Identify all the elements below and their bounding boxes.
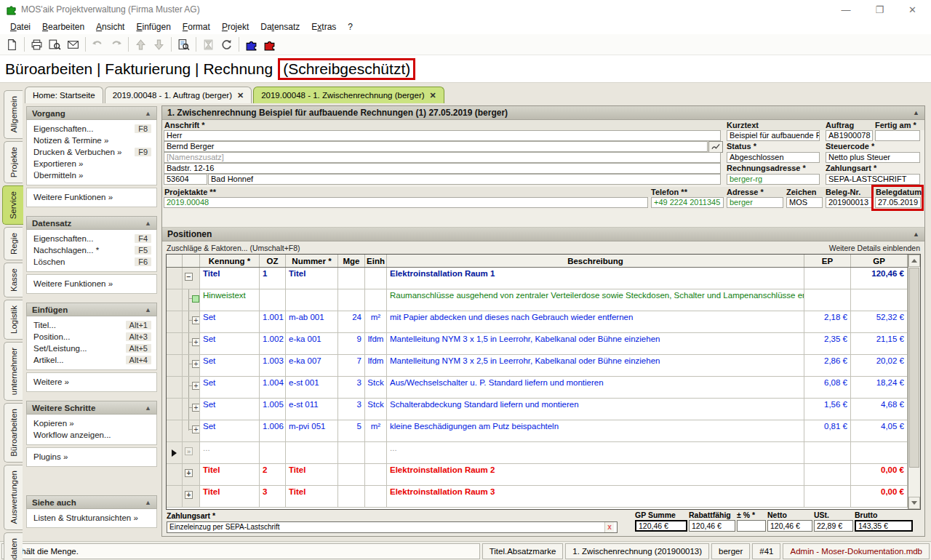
collapse-icon[interactable]: ▲: [913, 109, 919, 116]
collapse-icon[interactable]: ▲: [145, 499, 151, 506]
cell-gp[interactable]: 0,00 €: [851, 486, 908, 508]
cell-nummer[interactable]: Titel: [286, 268, 338, 289]
projektakte-field[interactable]: 2019.00048: [164, 197, 648, 208]
puzzle-red-button[interactable]: [260, 36, 279, 53]
fertig-am-field[interactable]: [875, 130, 920, 141]
email-button[interactable]: [64, 36, 82, 53]
expand-node-icon[interactable]: +: [192, 338, 200, 346]
cell-beschreibung[interactable]: Mantelleitung NYM 3 x 2,5 in Leerrohr, K…: [387, 355, 804, 377]
close-tab-icon[interactable]: ✕: [237, 91, 244, 100]
cell-kennung[interactable]: Titel: [200, 486, 260, 508]
belegdatum-field[interactable]: 27.05.2019: [875, 197, 921, 208]
beleg-nr-field[interactable]: 201900013: [826, 197, 873, 208]
zeichen-field[interactable]: MOS: [786, 197, 823, 208]
cell-gp[interactable]: 18,24 €: [851, 377, 908, 399]
cell-nummer[interactable]: Titel: [286, 486, 338, 508]
auftrag-field[interactable]: AB1900078: [826, 130, 873, 141]
cell-mge[interactable]: 5: [338, 420, 365, 442]
print-preview-button[interactable]: [46, 36, 64, 53]
tree-cell[interactable]: +: [183, 464, 200, 486]
cell-oz[interactable]: [260, 289, 286, 311]
sidebar-item[interactable]: Weitere Funktionen »: [27, 278, 156, 289]
document-tab[interactable]: 2019.00048 - 1. Auftrag (berger)✕: [105, 87, 252, 103]
cell-mge[interactable]: 3: [338, 399, 365, 420]
steuercode-field[interactable]: Netto plus Steuer: [826, 152, 920, 163]
cell-nummer[interactable]: e-st 001: [286, 377, 338, 399]
edit-address-button[interactable]: [708, 141, 723, 153]
cell-nummer[interactable]: [286, 442, 338, 464]
cell-oz[interactable]: 3: [260, 486, 286, 508]
cell-kennung[interactable]: Set: [200, 399, 260, 420]
cell-beschreibung[interactable]: Mantelleitung NYM 3 x 1,5 in Leerrohr, K…: [387, 333, 804, 355]
sidebar-section-header[interactable]: Weitere Schritte▲: [26, 401, 157, 415]
workspace-tab-projekte[interactable]: Projekte: [4, 141, 23, 183]
column-header[interactable]: Einh: [365, 255, 387, 267]
workspace-tab-service[interactable]: Service: [2, 185, 23, 225]
cell-einh[interactable]: m²: [365, 420, 387, 442]
namenszusatz-field[interactable]: [Namenszusatz]: [164, 152, 721, 163]
collapse-icon[interactable]: ▲: [913, 231, 919, 238]
cell-beschreibung[interactable]: Elektroinstallation Raum 3: [387, 486, 804, 508]
expand-node-icon[interactable]: +: [192, 316, 200, 324]
cell-nummer[interactable]: Titel: [286, 464, 338, 486]
restore-button[interactable]: ❐: [875, 4, 884, 15]
collapse-node-icon[interactable]: −: [185, 273, 193, 281]
table-row[interactable]: +Set1.004e-st 0013StckAus/Wechselschalte…: [167, 377, 908, 399]
cell-nummer[interactable]: m-ab 001: [286, 311, 338, 333]
anrede-field[interactable]: Herr: [164, 130, 721, 141]
cell-beschreibung[interactable]: Aus/Wechselschalter u. P. Standard liefe…: [387, 377, 804, 399]
cell-mge[interactable]: 9: [338, 333, 365, 355]
cell-gp[interactable]: [851, 289, 908, 311]
cell-einh[interactable]: [365, 486, 387, 508]
cell-ep[interactable]: 1,56 €: [804, 399, 851, 420]
sidebar-item[interactable]: Kopieren »: [27, 417, 156, 429]
cell-beschreibung[interactable]: ...: [387, 442, 804, 464]
cell-nummer[interactable]: [286, 289, 338, 311]
cell-nummer[interactable]: e-st 011: [286, 399, 338, 420]
expand-node-icon[interactable]: +: [192, 425, 200, 433]
ort-field[interactable]: Bad Honnef: [208, 174, 721, 185]
weitere-details-link[interactable]: Weitere Details einblenden: [829, 244, 920, 252]
sidebar-item[interactable]: Übermitteln »: [27, 169, 156, 181]
kurztext-field[interactable]: Beispiel für aufbauende Re: [727, 130, 820, 141]
cell-mge[interactable]: [338, 268, 365, 289]
close-tab-icon[interactable]: ✕: [430, 91, 436, 100]
cell-mge[interactable]: [338, 289, 365, 311]
sidebar-item[interactable]: Notizen & Termine »: [27, 135, 156, 146]
table-row[interactable]: −Titel1TitelElektroinstallation Raum 112…: [167, 268, 908, 289]
workspace-tab-auswertungen[interactable]: Auswertungen: [4, 465, 23, 530]
sidebar-item[interactable]: Plugins »: [27, 451, 156, 463]
tree-cell[interactable]: +: [183, 311, 200, 333]
cell-kennung[interactable]: Set: [200, 377, 260, 399]
tree-cell[interactable]: [183, 289, 200, 311]
expand-node-icon[interactable]: +: [185, 469, 193, 477]
workspace-tab-allgemein[interactable]: Allgemein: [4, 90, 23, 139]
cell-ep[interactable]: 2,86 €: [804, 355, 851, 377]
cell-gp[interactable]: 20,02 €: [851, 355, 908, 377]
scroll-down-button[interactable]: [908, 497, 920, 509]
scroll-up-button[interactable]: [908, 255, 920, 267]
menu-item-extras[interactable]: Extras: [305, 20, 342, 33]
tree-cell[interactable]: »: [183, 442, 200, 464]
cell-nummer[interactable]: e-ka 007: [286, 355, 338, 377]
expand-node-icon[interactable]: +: [192, 404, 200, 412]
cell-einh[interactable]: Stck: [365, 377, 387, 399]
strasse-field[interactable]: Badstr. 12-16: [164, 163, 721, 174]
cell-kennung[interactable]: ...: [200, 442, 260, 464]
refresh-button[interactable]: [217, 36, 236, 53]
tree-cell[interactable]: +: [183, 355, 200, 377]
puzzle-blue-button[interactable]: [242, 36, 260, 53]
rechnungsadresse-field[interactable]: berger-rg: [727, 174, 820, 185]
cell-ep[interactable]: 6,08 €: [804, 377, 851, 399]
close-button[interactable]: ✕: [908, 4, 916, 15]
cell-nummer[interactable]: e-ka 001: [286, 333, 338, 355]
zuschlaege-link[interactable]: Zuschläge & Faktoren... (Umschalt+F8): [167, 244, 300, 252]
cell-beschreibung[interactable]: mit Papier abdecken und dieses nach Gebr…: [387, 311, 804, 333]
column-header[interactable]: Nummer *: [286, 255, 338, 267]
cell-oz[interactable]: 1.002: [260, 333, 286, 355]
table-row[interactable]: +Set1.002e-ka 0019lfdmMantelleitung NYM …: [167, 333, 908, 355]
cell-gp[interactable]: 0,00 €: [851, 464, 908, 486]
cell-einh[interactable]: m²: [365, 311, 387, 333]
adresse-field[interactable]: berger: [727, 197, 783, 208]
cell-einh[interactable]: Stck: [365, 399, 387, 420]
